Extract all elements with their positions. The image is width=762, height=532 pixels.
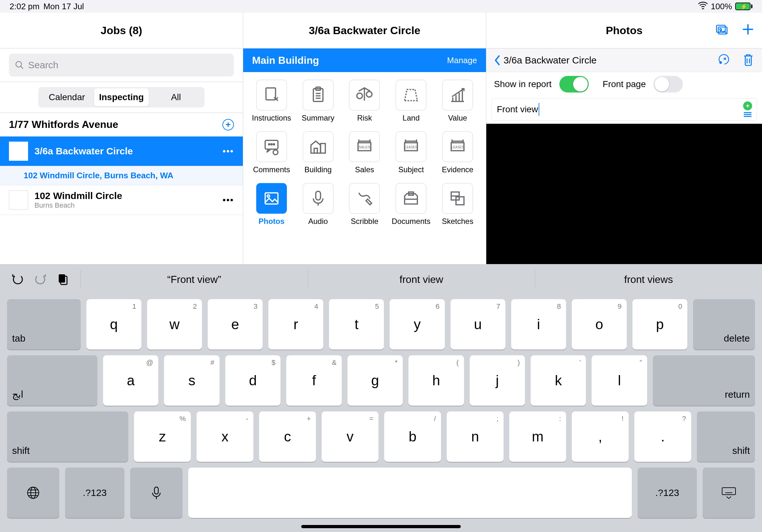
svg-rect-22 <box>314 148 317 153</box>
tile-value[interactable]: Value <box>435 80 480 122</box>
job-row-selected[interactable]: 3/6a Backwater Circle ••• <box>0 137 243 166</box>
job-thumb-icon <box>9 190 28 210</box>
gallery-icon[interactable] <box>715 22 729 39</box>
home-indicator[interactable] <box>301 525 461 528</box>
key-return[interactable]: return <box>653 355 755 406</box>
svg-rect-38 <box>265 193 278 204</box>
status-date: Mon 17 Jul <box>43 2 84 12</box>
add-job-icon[interactable]: + <box>222 119 234 130</box>
key-p[interactable]: 0p <box>633 299 687 350</box>
job-group-header[interactable]: 1/77 Whitfords Avenue + <box>0 113 243 137</box>
redo-icon[interactable] <box>34 272 46 287</box>
tile-documents[interactable]: Documents <box>389 183 433 226</box>
undo-icon[interactable] <box>12 272 24 287</box>
key-v[interactable]: =v <box>322 412 378 462</box>
tile-scribble[interactable]: Scribble <box>343 183 387 226</box>
key-tab[interactable]: tab <box>7 299 81 350</box>
svg-text:LEASES: LEASES <box>405 146 418 149</box>
key-symbols-left[interactable]: .?123 <box>65 468 124 518</box>
key-symbols-right[interactable]: .?123 <box>638 468 697 518</box>
list-icon[interactable] <box>743 112 752 117</box>
tile-subject[interactable]: LEASESSubject <box>389 131 433 174</box>
job-more-icon[interactable]: ••• <box>223 146 234 156</box>
svg-point-39 <box>267 195 269 197</box>
key-comma[interactable]: !, <box>572 412 629 462</box>
front-page-toggle[interactable] <box>653 76 683 93</box>
key-a[interactable]: @a <box>103 355 158 406</box>
key-n[interactable]: ;n <box>447 412 503 462</box>
svg-point-9 <box>357 93 363 99</box>
photo-caption-input[interactable]: Front view + <box>492 98 757 120</box>
svg-rect-21 <box>320 144 325 153</box>
key-mic[interactable] <box>130 468 183 518</box>
key-j[interactable]: )j <box>470 355 525 406</box>
key-f[interactable]: &f <box>286 355 342 406</box>
key-b[interactable]: /b <box>384 412 441 462</box>
key-k[interactable]: ’k <box>531 355 586 406</box>
key-l[interactable]: ”l <box>592 355 647 406</box>
key-i[interactable]: 8i <box>511 299 566 350</box>
tile-audio[interactable]: Audio <box>296 183 340 226</box>
key-g[interactable]: *g <box>347 355 403 406</box>
back-button[interactable]: 3/6a Backwater Circle <box>494 55 597 66</box>
tile-sales[interactable]: SALESSales <box>343 131 387 174</box>
segment-inspecting[interactable]: Inspecting <box>94 88 149 106</box>
tile-evidence[interactable]: LEASESEvidence <box>435 131 480 174</box>
key-d[interactable]: $d <box>225 355 280 406</box>
search-input[interactable]: Search <box>9 54 234 77</box>
svg-text:SALES: SALES <box>359 145 370 149</box>
key-r[interactable]: 4r <box>268 299 323 350</box>
job-more-icon[interactable]: ••• <box>223 195 234 205</box>
status-bar: 2:02 pm Mon 17 Jul 100% ⚡ <box>0 0 762 13</box>
key-x[interactable]: -x <box>196 412 253 462</box>
add-icon[interactable] <box>741 23 754 38</box>
suggestion-2[interactable]: front view <box>308 270 535 289</box>
key-u[interactable]: 7u <box>451 299 505 350</box>
key-period[interactable]: ?. <box>634 412 691 462</box>
tile-building[interactable]: Building <box>296 131 340 174</box>
key-space[interactable] <box>188 468 632 518</box>
key-c[interactable]: +c <box>259 412 316 462</box>
jobs-filter-segment[interactable]: Calendar Inspecting All <box>38 87 204 107</box>
key-delete[interactable]: delete <box>693 299 755 350</box>
key-q[interactable]: 1q <box>87 299 141 350</box>
tile-comments[interactable]: Comments <box>250 131 294 174</box>
clipboard-icon[interactable] <box>56 272 69 287</box>
suggestion-3[interactable]: front views <box>535 270 762 289</box>
show-in-report-toggle[interactable] <box>559 76 589 93</box>
key-w[interactable]: 2w <box>147 299 202 350</box>
key-s[interactable]: #s <box>164 355 219 406</box>
key-h[interactable]: (h <box>409 355 464 406</box>
manage-button[interactable]: Manage <box>447 55 477 65</box>
key-m[interactable]: :m <box>509 412 566 462</box>
trash-icon[interactable] <box>742 53 754 68</box>
job-row[interactable]: 102 Windmill Circle Burns Beach ••• <box>0 185 243 215</box>
svg-point-19 <box>273 144 275 145</box>
job-sublink[interactable]: 102 Windmill Circle, Burns Beach, WA <box>0 166 243 185</box>
tile-summary[interactable]: Summary <box>296 80 340 122</box>
key-hide-keyboard[interactable] <box>703 468 755 518</box>
tile-instructions[interactable]: Instructions <box>250 80 294 122</box>
tile-risk[interactable]: Risk <box>343 80 387 122</box>
suggestion-1[interactable]: “Front view” <box>80 270 308 289</box>
key-globe[interactable] <box>7 468 59 518</box>
tile-sketches[interactable]: Sketches <box>435 183 480 226</box>
tile-land[interactable]: Land <box>389 80 433 122</box>
battery-icon: ⚡ <box>735 3 752 10</box>
key-e[interactable]: 3e <box>208 299 263 350</box>
key-y[interactable]: 6y <box>390 299 444 350</box>
key-lang[interactable]: ابج <box>7 355 97 406</box>
photos-title: Photos <box>486 13 762 48</box>
annotate-icon[interactable]: + <box>718 53 731 68</box>
key-o[interactable]: 9o <box>572 299 627 350</box>
segment-all[interactable]: All <box>149 88 203 106</box>
key-shift-left[interactable]: shift <box>7 412 128 462</box>
key-t[interactable]: 5t <box>329 299 384 350</box>
svg-point-18 <box>271 144 272 145</box>
key-shift-right[interactable]: shift <box>697 412 755 462</box>
tile-photos[interactable]: Photos <box>250 183 294 226</box>
key-z[interactable]: %z <box>134 412 191 462</box>
segment-calendar[interactable]: Calendar <box>39 88 94 106</box>
add-tag-icon[interactable]: + <box>743 101 752 110</box>
text-cursor <box>539 103 539 116</box>
